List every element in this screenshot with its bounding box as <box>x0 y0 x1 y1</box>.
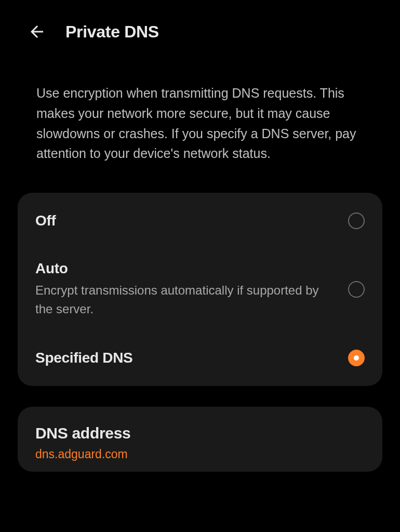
option-off[interactable]: Off <box>18 197 382 245</box>
option-auto[interactable]: Auto Encrypt transmissions automatically… <box>18 245 382 334</box>
radio-specified-icon <box>348 350 365 366</box>
option-auto-title: Auto <box>35 260 338 277</box>
option-auto-subtitle: Encrypt transmissions automatically if s… <box>35 281 338 318</box>
dns-options-card: Off Auto Encrypt transmissions automatic… <box>18 193 382 386</box>
option-specified[interactable]: Specified DNS <box>18 334 382 382</box>
option-specified-title: Specified DNS <box>35 350 338 366</box>
description-text: Use encryption when transmitting DNS req… <box>0 57 400 179</box>
option-off-title: Off <box>35 212 338 229</box>
radio-off-icon <box>348 212 365 229</box>
header: Private DNS <box>0 0 400 57</box>
dns-address-value: dns.adguard.com <box>35 447 365 461</box>
radio-auto-icon <box>348 281 365 298</box>
dns-address-label: DNS address <box>35 424 365 442</box>
page-title: Private DNS <box>65 22 159 42</box>
dns-address-card[interactable]: DNS address dns.adguard.com <box>18 407 382 472</box>
back-arrow-icon[interactable] <box>26 21 48 43</box>
